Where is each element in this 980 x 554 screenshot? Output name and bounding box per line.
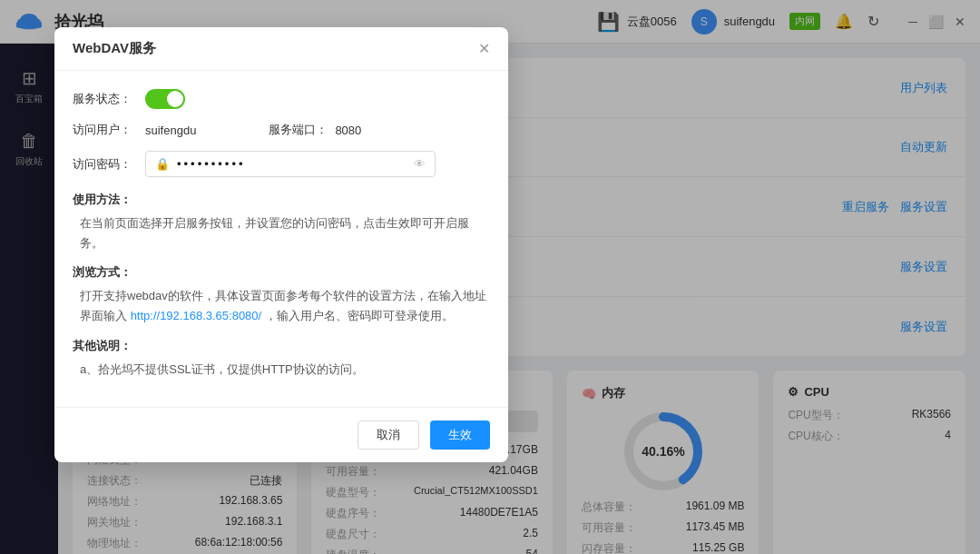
usage-text: 在当前页面选择开启服务按钮，并设置您的访问密码，点击生效即可开启服务。 <box>80 216 469 250</box>
modal-overlay: WebDAV服务 ✕ 服务状态： 访问用户： suifengdu 服务端口： 8… <box>0 0 980 554</box>
other-text: a、拾光坞不提供SSL证书，仅提供HTTP协议的访问。 <box>80 362 364 376</box>
other-content: a、拾光坞不提供SSL证书，仅提供HTTP协议的访问。 <box>73 360 490 380</box>
usage-section: 使用方法： 在当前页面选择开启服务按钮，并设置您的访问密码，点击生效即可开启服务… <box>73 190 490 380</box>
modal-header: WebDAV服务 ✕ <box>54 27 508 71</box>
access-user-row: 访问用户： suifengdu 服务端口： 8080 <box>73 122 490 138</box>
browser-content: 打开支持webdav的软件，具体设置页面参考每个软件的设置方法，在输入地址界面输… <box>73 286 490 326</box>
port-group: 服务端口： 8080 <box>269 122 361 138</box>
password-input[interactable] <box>177 157 407 171</box>
usage-content: 在当前页面选择开启服务按钮，并设置您的访问密码，点击生效即可开启服务。 <box>73 213 490 253</box>
eye-icon[interactable]: 👁 <box>414 157 426 171</box>
service-status-label: 服务状态： <box>73 91 145 107</box>
browser-text2: ，输入用户名、密码即可登录使用。 <box>265 309 454 322</box>
lock-icon: 🔒 <box>155 157 170 171</box>
webdav-modal: WebDAV服务 ✕ 服务状态： 访问用户： suifengdu 服务端口： 8… <box>54 27 508 462</box>
service-toggle[interactable] <box>145 89 185 109</box>
modal-body: 服务状态： 访问用户： suifengdu 服务端口： 8080 访问密码： 🔒… <box>54 71 508 407</box>
confirm-button[interactable]: 生效 <box>430 420 490 450</box>
other-title: 其他说明： <box>73 336 490 356</box>
service-status-row: 服务状态： <box>73 89 490 109</box>
port-label: 服务端口： <box>269 122 328 138</box>
browser-title: 浏览方式： <box>73 262 490 282</box>
browser-link[interactable]: http://192.168.3.65:8080/ <box>131 309 262 322</box>
password-row: 访问密码： 🔒 👁 <box>73 151 490 177</box>
port-value: 8080 <box>335 124 361 137</box>
modal-footer: 取消 生效 <box>54 407 508 462</box>
password-label: 访问密码： <box>73 156 145 173</box>
usage-title: 使用方法： <box>73 190 490 210</box>
modal-description-scroll[interactable]: 使用方法： 在当前页面选择开启服务按钮，并设置您的访问密码，点击生效即可开启服务… <box>73 190 490 389</box>
password-field: 🔒 👁 <box>145 151 436 177</box>
access-user-value: suifengdu <box>145 124 196 137</box>
modal-title: WebDAV服务 <box>73 40 156 57</box>
modal-close-button[interactable]: ✕ <box>478 40 490 57</box>
cancel-button[interactable]: 取消 <box>358 420 419 450</box>
access-user-label: 访问用户： <box>73 122 145 138</box>
